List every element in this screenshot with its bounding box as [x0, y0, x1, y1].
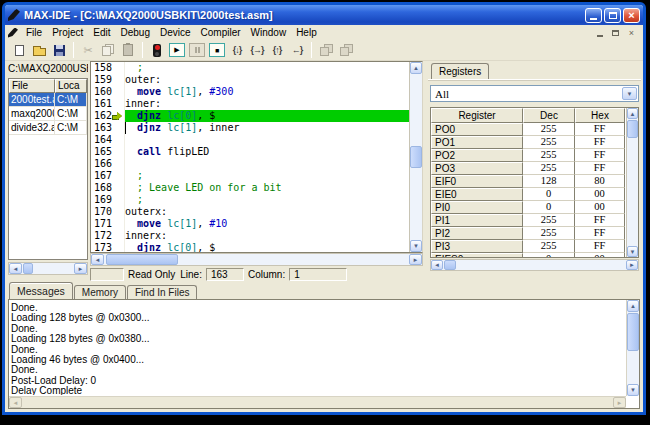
code-line-166[interactable]: 166	[91, 158, 409, 170]
code-line-158[interactable]: 158 ;	[91, 62, 409, 74]
scrollbar-thumb[interactable]	[106, 254, 178, 265]
menu-project[interactable]: Project	[47, 27, 88, 38]
register-row-po0[interactable]: PO0255FF	[431, 123, 638, 136]
save-icon[interactable]	[50, 42, 68, 59]
scroll-down-icon[interactable]: ▼	[410, 240, 422, 252]
register-row-pi2[interactable]: PI2255FF	[431, 227, 638, 240]
messages-vertical-scrollbar[interactable]: ▲ ▼	[626, 300, 639, 396]
close-button[interactable]: ×	[623, 8, 640, 23]
chevron-down-icon[interactable]: ▼	[622, 87, 637, 100]
run-icon[interactable]: ▶	[168, 42, 186, 59]
register-hex-value: FF	[575, 123, 625, 136]
register-dec-value: 255	[523, 240, 575, 253]
file-row[interactable]: 2000test.asmC:\M	[9, 93, 87, 107]
scroll-right-icon[interactable]: ►	[74, 263, 87, 274]
run-to-cursor-icon[interactable]: ←}	[288, 42, 306, 59]
scroll-left-icon[interactable]: ◄	[9, 397, 22, 408]
code-line-159[interactable]: 159outer:	[91, 74, 409, 86]
register-row-eies0[interactable]: EIES0000	[431, 253, 638, 258]
file-column-header-file[interactable]: File	[9, 79, 55, 93]
register-column-header-hex[interactable]: Hex	[575, 108, 625, 123]
menu-compiler[interactable]: Compiler	[196, 27, 246, 38]
file-row[interactable]: divide32.asmC:\M	[9, 121, 87, 135]
registers-horizontal-scrollbar[interactable]: ◄ ►	[430, 259, 639, 271]
code-line-173[interactable]: 173 djnz lc[0], $	[91, 242, 409, 253]
step-out-icon[interactable]: {↑}	[268, 42, 286, 59]
code-line-164[interactable]: 164	[91, 134, 409, 146]
scroll-right-icon[interactable]: ►	[626, 260, 638, 270]
mdi-close-button[interactable]: ×	[625, 27, 638, 38]
register-group-select[interactable]: All ▼	[430, 85, 639, 102]
scroll-up-icon[interactable]: ▲	[627, 108, 638, 119]
menu-file[interactable]: File	[21, 27, 47, 38]
code-line-165[interactable]: 165 call flipLED	[91, 146, 409, 158]
open-file-icon[interactable]	[30, 42, 48, 59]
menu-help[interactable]: Help	[291, 27, 322, 38]
code-line-172[interactable]: 172innerx:	[91, 230, 409, 242]
menu-debug[interactable]: Debug	[115, 27, 154, 38]
scroll-left-icon[interactable]: ◄	[91, 254, 104, 265]
register-row-eie0[interactable]: EIE0000	[431, 188, 638, 201]
register-row-eif0[interactable]: EIF012880	[431, 175, 638, 188]
minimize-button[interactable]	[585, 8, 602, 23]
register-row-pi0[interactable]: PI0000	[431, 201, 638, 214]
code-line-162[interactable]: 162 djnz lc[0], $	[91, 110, 409, 122]
stop-icon[interactable]: ■	[208, 42, 226, 59]
mdi-minimize-button[interactable]	[593, 27, 606, 38]
scroll-down-icon[interactable]: ▼	[627, 384, 639, 396]
scroll-right-icon[interactable]: ►	[409, 254, 422, 265]
editor-vertical-scrollbar[interactable]: ▲ ▼	[409, 62, 422, 252]
scrollbar-thumb[interactable]	[444, 260, 456, 270]
file-row[interactable]: maxq2000_cC:\M	[9, 107, 87, 121]
scroll-down-icon[interactable]: ▼	[627, 246, 638, 257]
register-row-pi1[interactable]: PI1255FF	[431, 214, 638, 227]
document-icon[interactable]	[8, 28, 18, 38]
title-bar[interactable]: MAX-IDE - [C:\MAXQ2000USBKIT\2000test.as…	[5, 5, 643, 25]
code-line-169[interactable]: 169 ;	[91, 194, 409, 206]
code-line-160[interactable]: 160 move lc[1], #300	[91, 86, 409, 98]
output-panel: MessagesMemoryFind In Files Done.Loading…	[5, 281, 643, 412]
code-editor[interactable]: 158 ;159outer:160 move lc[1], #300161inn…	[90, 61, 423, 253]
mdi-restore-button[interactable]	[609, 27, 622, 38]
register-row-pi3[interactable]: PI3255FF	[431, 240, 638, 253]
scroll-left-icon[interactable]: ◄	[431, 260, 443, 270]
tab-find-in-files[interactable]: Find In Files	[127, 285, 197, 299]
scrollbar-thumb[interactable]	[23, 263, 33, 274]
scroll-left-icon[interactable]: ◄	[9, 263, 22, 274]
code-line-163[interactable]: 163 djnz lc[1], inner	[91, 122, 409, 134]
register-row-po3[interactable]: PO3255FF	[431, 162, 638, 175]
step-into-icon[interactable]: {↓}	[228, 42, 246, 59]
scroll-up-icon[interactable]: ▲	[410, 62, 422, 74]
code-line-168[interactable]: 168 ; Leave LED on for a bit	[91, 182, 409, 194]
code-line-171[interactable]: 171 move lc[1], #10	[91, 218, 409, 230]
code-line-170[interactable]: 170outerx:	[91, 206, 409, 218]
menu-device[interactable]: Device	[155, 27, 196, 38]
traffic-light-run-icon[interactable]	[148, 42, 166, 59]
file-column-header-loca[interactable]: Loca	[55, 79, 87, 93]
file-list-horizontal-scrollbar[interactable]: ◄ ►	[8, 262, 88, 275]
messages-horizontal-scrollbar[interactable]: ◄ ►	[9, 396, 626, 408]
tab-messages[interactable]: Messages	[9, 282, 73, 299]
scroll-up-icon[interactable]: ▲	[627, 300, 639, 312]
scrollbar-thumb[interactable]	[627, 313, 639, 351]
register-column-header-dec[interactable]: Dec	[523, 108, 575, 123]
register-hex-value: 00	[575, 188, 625, 201]
tab-memory[interactable]: Memory	[74, 285, 126, 299]
code-line-167[interactable]: 167 ;	[91, 170, 409, 182]
messages-output[interactable]: Done.Loading 128 bytes @ 0x0300...Done.L…	[8, 299, 640, 409]
register-row-po1[interactable]: PO1255FF	[431, 136, 638, 149]
menu-window[interactable]: Window	[246, 27, 292, 38]
new-file-icon[interactable]	[10, 42, 28, 59]
code-line-161[interactable]: 161inner:	[91, 98, 409, 110]
menu-edit[interactable]: Edit	[88, 27, 115, 38]
scrollbar-thumb[interactable]	[627, 120, 638, 138]
scrollbar-thumb[interactable]	[410, 146, 422, 168]
scroll-right-icon[interactable]: ►	[613, 397, 626, 408]
register-row-po2[interactable]: PO2255FF	[431, 149, 638, 162]
maximize-button[interactable]	[604, 8, 621, 23]
register-column-header-register[interactable]: Register	[431, 108, 523, 123]
editor-horizontal-scrollbar[interactable]: ◄ ►	[90, 253, 423, 266]
registers-vertical-scrollbar[interactable]: ▲ ▼	[626, 108, 638, 257]
tab-registers[interactable]: Registers	[431, 63, 489, 79]
step-over-icon[interactable]: {→}	[248, 42, 266, 59]
